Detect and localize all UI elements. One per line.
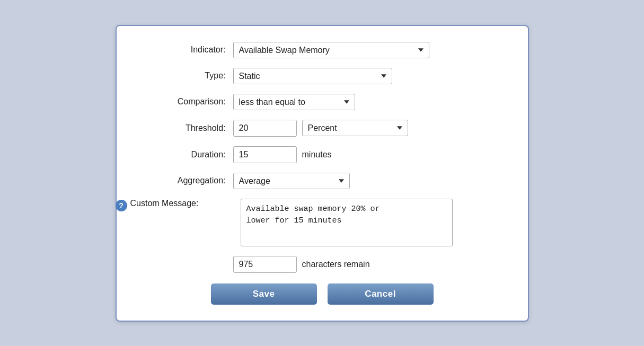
custom-message-textarea[interactable] xyxy=(241,199,453,246)
comparison-row: Comparison: less than equal to greater t… xyxy=(138,94,507,110)
indicator-label: Indicator: xyxy=(138,45,233,55)
duration-row: Duration: minutes xyxy=(138,146,507,163)
chars-remain-input[interactable] xyxy=(233,256,297,273)
threshold-label: Threshold: xyxy=(138,123,233,133)
aggregation-control: Average Sum Minimum Maximum xyxy=(233,173,350,189)
threshold-control: Percent Absolute xyxy=(233,120,408,137)
type-row: Type: Static Dynamic xyxy=(138,68,507,84)
cancel-button[interactable]: Cancel xyxy=(328,283,434,305)
chars-remain-label: characters remain xyxy=(302,260,370,269)
comparison-select[interactable]: less than equal to greater than equal to… xyxy=(233,94,355,110)
duration-label: Duration: xyxy=(138,150,233,159)
duration-unit: minutes xyxy=(302,150,332,159)
aggregation-row: Aggregation: Average Sum Minimum Maximum xyxy=(138,173,507,189)
type-control: Static Dynamic xyxy=(233,68,392,84)
chars-remain-row: characters remain xyxy=(233,256,507,273)
type-label: Type: xyxy=(138,71,233,81)
custom-message-control xyxy=(241,199,453,246)
threshold-input[interactable] xyxy=(233,120,297,137)
threshold-row: Threshold: Percent Absolute xyxy=(138,120,507,137)
aggregation-select[interactable]: Average Sum Minimum Maximum xyxy=(233,173,350,189)
indicator-row: Indicator: Available Swap Memory CPU Usa… xyxy=(138,42,507,58)
comparison-control: less than equal to greater than equal to… xyxy=(233,94,355,110)
duration-input[interactable] xyxy=(233,146,297,163)
comparison-label: Comparison: xyxy=(138,97,233,107)
button-row: Save Cancel xyxy=(138,283,507,305)
custom-message-label-area: ? Custom Message: xyxy=(138,199,233,211)
indicator-select[interactable]: Available Swap Memory CPU Usage Memory U… xyxy=(233,42,429,58)
threshold-unit-select[interactable]: Percent Absolute xyxy=(302,120,408,136)
indicator-control: Available Swap Memory CPU Usage Memory U… xyxy=(233,42,429,58)
help-icon[interactable]: ? xyxy=(116,200,127,211)
aggregation-label: Aggregation: xyxy=(138,176,233,185)
custom-message-row: ? Custom Message: xyxy=(138,199,507,246)
dialog: Indicator: Available Swap Memory CPU Usa… xyxy=(116,25,529,322)
type-select[interactable]: Static Dynamic xyxy=(233,68,392,84)
save-button[interactable]: Save xyxy=(211,283,317,305)
custom-message-label: Custom Message: xyxy=(130,199,226,208)
duration-control: minutes xyxy=(233,146,332,163)
